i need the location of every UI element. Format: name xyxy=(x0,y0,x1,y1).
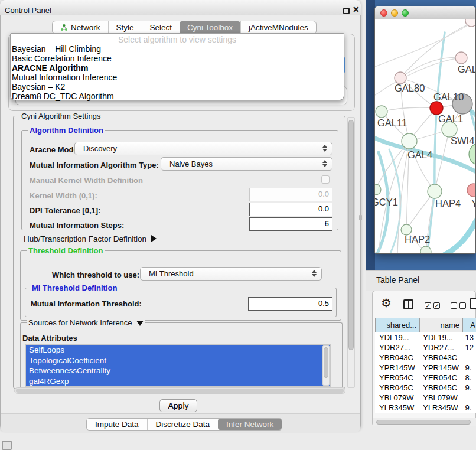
table-row[interactable]: YBR045CYBR045C9. xyxy=(375,383,476,393)
mac-minimize-icon[interactable] xyxy=(391,9,398,17)
tab-style[interactable]: Style xyxy=(108,21,142,34)
kernel-width-field[interactable]: 0.0 xyxy=(249,188,332,201)
hub-definition-expander[interactable]: Hub/Transcription Factor Definition xyxy=(24,234,157,243)
control-panel-titlebar[interactable] xyxy=(0,0,361,15)
mi-threshold-label: Mutual Information Threshold: xyxy=(31,299,142,308)
apply-button[interactable]: Apply xyxy=(159,399,197,412)
network-node[interactable] xyxy=(430,102,443,115)
network-window-titlebar[interactable] xyxy=(375,6,475,19)
tab-select[interactable]: Select xyxy=(142,21,180,34)
spinner-arrows-icon xyxy=(312,270,317,277)
unchecked-checkbox-icon[interactable] xyxy=(459,302,466,309)
sources-title-text: Sources for Network Inference xyxy=(28,318,132,327)
collapse-arrow-icon xyxy=(136,321,144,326)
settings-scrollbar-thumb[interactable] xyxy=(348,120,354,350)
table-row[interactable]: YER054CYER054C8. xyxy=(375,373,476,383)
manual-kernel-label: Manual Kernel Width Definition xyxy=(30,176,143,185)
network-node-swi4[interactable] xyxy=(469,143,475,165)
float-window-icon[interactable] xyxy=(343,8,350,14)
settings-hscrollbar[interactable] xyxy=(14,387,345,394)
attribute-item-gal4rgexp[interactable]: gal4RGexp xyxy=(26,376,330,387)
splitter-handle[interactable] xyxy=(359,215,362,220)
network-node-gcy1[interactable] xyxy=(375,184,381,195)
network-edge xyxy=(382,107,436,112)
network-node-gal4[interactable] xyxy=(402,133,417,149)
spinner-arrows-icon xyxy=(322,145,327,152)
network-node-label: GAL xyxy=(458,64,475,74)
checked-checkbox-icon[interactable]: ✓ xyxy=(433,302,440,309)
tab-discretize-data[interactable]: Discretize Data xyxy=(147,419,219,430)
algorithm-option-bayesian-hill-climbing[interactable]: Bayesian – Hill Climbing xyxy=(12,44,343,54)
mi-threshold-field[interactable]: 0.5 xyxy=(248,297,332,311)
sources-group-title[interactable]: Sources for Network Inference xyxy=(27,318,145,327)
column-header-name[interactable]: name xyxy=(420,318,463,332)
tab-cyni-toolbox[interactable]: Cyni Toolbox xyxy=(180,21,240,34)
network-node[interactable] xyxy=(420,246,431,254)
attribute-item-selfloops[interactable]: SelfLoops xyxy=(26,345,330,356)
algorithm-option-mutual-information-inference[interactable]: Mutual Information Inference xyxy=(12,73,343,82)
settings-scrollbar[interactable] xyxy=(347,117,355,388)
table-cell: YBL079W xyxy=(419,393,461,403)
tab-infer-network[interactable]: Infer Network xyxy=(218,419,282,430)
table-hscrollbar-thumb[interactable] xyxy=(376,420,471,425)
which-threshold-combo[interactable]: MI Threshold xyxy=(140,267,322,281)
bottom-tabbar: Impute DataDiscretize DataInfer Network xyxy=(86,418,282,431)
network-node-y[interactable] xyxy=(467,184,475,197)
mi-steps-field[interactable]: 6 xyxy=(249,217,332,231)
attributes-scrollbar-thumb[interactable] xyxy=(324,347,328,378)
table-row[interactable]: YLR345WYLR345W9. xyxy=(375,403,476,413)
table-cell: YER054C xyxy=(419,373,461,383)
attribute-item-betweennesscentrality[interactable]: BetweennessCentrality xyxy=(26,366,330,376)
data-attributes-label: Data Attributes xyxy=(22,334,77,343)
algorithm-option-aracne-algorithm[interactable]: ARACNE Algorithm xyxy=(12,63,343,73)
algorithm-option-dream8-dc-tdc-algorithm[interactable]: Dream8 DC_TDC Algorithm xyxy=(12,92,343,101)
close-icon[interactable]: ✕ xyxy=(353,5,360,14)
minimized-panel-icon[interactable] xyxy=(2,441,12,450)
table-row[interactable]: YDR27...YDR27...12 xyxy=(375,343,476,353)
table-row[interactable]: YDL19...YDL19...13 xyxy=(375,332,476,343)
table-row[interactable]: YBR043CYBR043C xyxy=(375,353,476,363)
network-node-hap4[interactable] xyxy=(428,184,442,198)
aracne-mode-value: Discovery xyxy=(83,144,117,153)
settings-hscrollbar-thumb[interactable] xyxy=(16,389,344,393)
column-header-shared[interactable]: shared... xyxy=(375,318,420,332)
manual-kernel-checkbox[interactable] xyxy=(321,175,330,184)
document-icon[interactable] xyxy=(470,298,476,309)
mi-type-combo[interactable]: Naive Bayes xyxy=(161,157,332,171)
aracne-mode-combo[interactable]: Discovery xyxy=(74,142,332,155)
which-threshold-label: Which threshold to use: xyxy=(52,270,139,279)
algorithm-option-bayesian-k2[interactable]: Bayesian – K2 xyxy=(12,82,343,92)
tab-jactivemnodules[interactable]: jActiveMNodules xyxy=(240,21,316,34)
column-view-icon[interactable] xyxy=(403,299,413,309)
tab-network[interactable]: Network xyxy=(53,21,108,34)
checked-checkbox-icon[interactable]: ✓ xyxy=(425,302,431,309)
network-canvas[interactable]: GALGAL80GAL10GAL1GAL11SWI4GAL4GCY1HAP4YH… xyxy=(375,19,475,254)
table-row[interactable]: YBL079WYBL079W xyxy=(375,393,476,403)
mac-zoom-icon[interactable] xyxy=(402,9,409,17)
tab-label: Select xyxy=(150,23,172,32)
algorithm-popup-hint: Select algorithm to view settings xyxy=(11,35,344,44)
network-node-label: GAL11 xyxy=(377,118,407,128)
attributes-scrollbar[interactable] xyxy=(322,345,330,386)
gear-icon[interactable]: ⚙ xyxy=(381,296,392,309)
network-node-label: GAL10 xyxy=(433,92,464,102)
tab-label: Network xyxy=(71,23,100,32)
mi-type-value: Naive Bayes xyxy=(169,159,213,168)
attribute-item-topologicalcoefficient[interactable]: TopologicalCoefficient xyxy=(26,356,330,366)
mi-type-label: Mutual Information Algorithm Type: xyxy=(30,161,159,169)
mi-threshold-group-title: MI Threshold Definition xyxy=(30,283,119,292)
network-node-gal80[interactable] xyxy=(395,72,406,84)
dpi-tolerance-field[interactable]: 0.0 xyxy=(249,203,332,216)
tab-label: jActiveMNodules xyxy=(249,23,308,32)
network-window[interactable]: GALGAL80GAL10GAL1GAL11SWI4GAL4GCY1HAP4YH… xyxy=(374,6,476,254)
table-hscrollbar[interactable] xyxy=(373,418,476,426)
network-node-gal11[interactable] xyxy=(376,106,387,118)
unchecked-checkbox-icon[interactable] xyxy=(451,302,457,309)
network-node-label: Y xyxy=(471,198,475,208)
mac-close-icon[interactable] xyxy=(380,9,387,17)
column-header-a[interactable]: A xyxy=(463,318,476,332)
algorithm-option-basic-correlation-inference[interactable]: Basic Correlation Inference xyxy=(12,54,343,63)
table-row[interactable]: YPR145WYPR145W9. xyxy=(375,363,476,373)
tab-impute-data[interactable]: Impute Data xyxy=(87,419,147,430)
network-node-gal[interactable] xyxy=(455,52,467,64)
